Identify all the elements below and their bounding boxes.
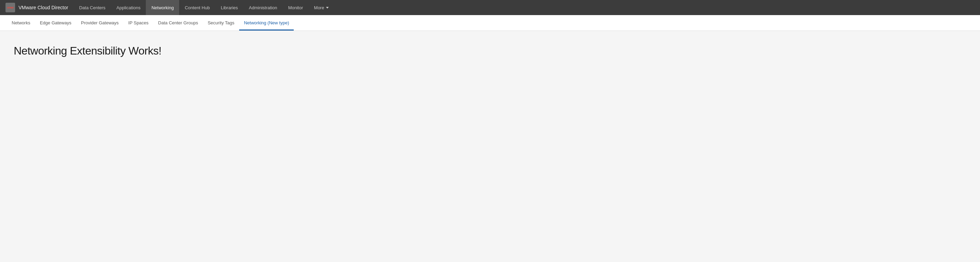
top-navigation: vmw VMware Cloud Director Data Centers A… [0,0,980,15]
nav-item-monitor[interactable]: Monitor [283,0,309,15]
page-heading: Networking Extensibility Works! [14,44,966,57]
nav-item-administration[interactable]: Administration [243,0,282,15]
vm-logo: vmw [5,3,15,12]
nav-item-content-hub[interactable]: Content Hub [179,0,215,15]
sub-nav-item-data-center-groups[interactable]: Data Center Groups [153,15,203,30]
sub-nav-item-provider-gateways[interactable]: Provider Gateways [76,15,124,30]
sub-nav-item-edge-gateways[interactable]: Edge Gateways [35,15,76,30]
vm-logo-text: vmw [7,6,14,9]
sub-nav-item-networking-new-type[interactable]: Networking (New type) [239,15,294,30]
sub-navigation: Networks Edge Gateways Provider Gateways… [0,15,980,31]
sub-nav-item-security-tags[interactable]: Security Tags [203,15,239,30]
nav-item-libraries[interactable]: Libraries [215,0,243,15]
nav-item-data-centers[interactable]: Data Centers [74,0,111,15]
sub-nav-item-ip-spaces[interactable]: IP Spaces [124,15,153,30]
more-label: More [314,5,324,10]
sub-nav-item-networks[interactable]: Networks [7,15,35,30]
chevron-down-icon [326,7,329,9]
nav-item-networking[interactable]: Networking [146,0,179,15]
app-title: VMware Cloud Director [19,5,68,10]
nav-items: Data Centers Applications Networking Con… [74,0,980,15]
logo-area: vmw VMware Cloud Director [0,3,74,12]
nav-item-more[interactable]: More [309,0,334,15]
main-content: Networking Extensibility Works! [0,31,980,262]
nav-item-applications[interactable]: Applications [111,0,146,15]
